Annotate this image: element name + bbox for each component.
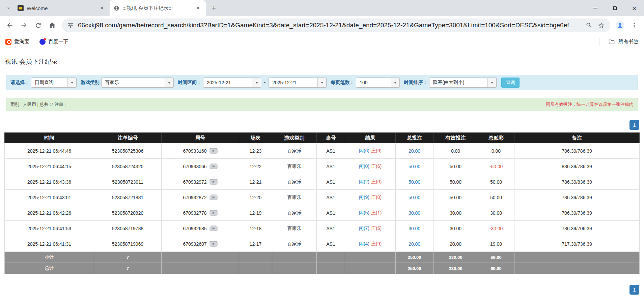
select-caret-icon [487, 78, 496, 87]
col-header-game: 游戏类别 [272, 133, 317, 143]
date-range-label: 时间区间： [178, 80, 201, 86]
tab-title: Welcome [27, 5, 95, 11]
close-icon: × [632, 5, 636, 12]
cell-bet-id: 523058723011 [94, 174, 162, 190]
replay-video-button[interactable] [209, 179, 218, 185]
browser-navbar: 66cxkj98.com/game/betrecord_search/kind3… [0, 16, 644, 34]
tab-welcome[interactable]: Welcome × [13, 0, 110, 16]
cell-game: 百家乐 [272, 190, 317, 205]
game-category-select[interactable]: 百家乐 [101, 78, 174, 88]
replay-video-button[interactable] [209, 163, 218, 169]
search-button[interactable]: 查询 [501, 78, 520, 88]
cell-total-bet: 50.00 [396, 174, 433, 190]
cell-time: 2025-12-21 06:43:36 [5, 174, 94, 190]
replay-video-button[interactable] [209, 225, 218, 231]
replay-video-button[interactable] [209, 194, 218, 200]
cell-time: 2025-12-21 06:44:46 [5, 143, 94, 159]
bookmark-label: 爱淘宝 [14, 38, 29, 45]
tab-bet-records[interactable]: :::视讯 会员下注纪录::: × [110, 0, 206, 16]
query-type-select[interactable]: 日期查询 [31, 78, 77, 88]
date-start-select[interactable]: 2025-12-21 [203, 78, 261, 88]
refresh-icon [35, 22, 42, 29]
profile-button[interactable] [613, 18, 627, 32]
replay-video-icon [209, 210, 218, 216]
cell-empty [162, 263, 239, 274]
col-header-result: 结果 [345, 133, 396, 143]
kebab-menu-icon [631, 22, 638, 29]
tab-search-button[interactable] [3, 3, 13, 13]
replay-video-button[interactable] [209, 148, 218, 154]
result-player: 闲(7) [359, 225, 369, 231]
browser-tab-strip: Welcome × :::视讯 会员下注纪录::: × + × [0, 0, 644, 16]
cell-total-bet: 30.00 [396, 205, 433, 221]
date-end-select[interactable]: 2025-12-21 [269, 78, 327, 88]
cell-note: 786.39/836.39 [514, 174, 640, 190]
cell-empty [239, 263, 272, 274]
cell-result: 闲(0)庄(6) [345, 159, 396, 174]
total-bet-link[interactable]: 30.00 [409, 226, 420, 231]
replay-video-button[interactable] [209, 241, 218, 247]
replay-video-icon [209, 225, 218, 231]
cell-empty [317, 252, 345, 263]
bookmark-baidu[interactable]: 百度一下 [39, 38, 68, 45]
page-number-button[interactable]: 1 [629, 120, 639, 130]
total-bet-link[interactable]: 50.00 [409, 179, 420, 185]
page-number-button[interactable]: 1 [629, 285, 639, 295]
total-bet-link[interactable]: 50.00 [409, 164, 420, 169]
cell-round: 670932607 [162, 236, 239, 252]
window-maximize-button[interactable] [605, 0, 624, 16]
total-bet-link[interactable]: 20.00 [409, 241, 420, 247]
cell-empty [272, 263, 317, 274]
table-row: 2025-12-21 06:43:36 523058723011 6709329… [5, 174, 640, 190]
col-header-note: 备注 [514, 133, 640, 143]
replay-video-icon [209, 179, 218, 185]
globe-favicon-icon [114, 5, 119, 11]
welcome-tab-favicon [18, 5, 24, 11]
browser-menu-button[interactable] [627, 18, 641, 32]
cell-round: 670933066 [162, 159, 239, 174]
result-banker: 庄(0) [371, 179, 382, 184]
total-bet-link[interactable]: 20.00 [409, 148, 420, 154]
cell-valid-bet: 50.00 [433, 174, 478, 190]
refresh-button[interactable] [31, 18, 45, 32]
new-tab-button[interactable]: + [208, 3, 219, 13]
col-header-total-bet: 总投注 [396, 133, 433, 143]
sort-select[interactable]: 降幂(由大到小) [429, 78, 497, 88]
col-header-round: 局号 [162, 133, 239, 143]
date-end-value: 2025-12-21 [269, 80, 317, 85]
window-close-button[interactable]: × [624, 0, 644, 16]
table-header-row: 时间 注单编号 局号 场次 游戏类别 桌号 结果 总投注 有效投注 总派彩 备注 [5, 133, 640, 143]
all-bookmarks-button[interactable]: 所有书签 [599, 38, 639, 46]
back-button[interactable] [3, 18, 17, 32]
site-settings-icon[interactable] [67, 22, 74, 29]
cell-game: 百家乐 [272, 143, 317, 159]
bookmark-label: 百度一下 [48, 38, 68, 45]
cell-empty [514, 263, 640, 274]
total-count: 7 [94, 263, 162, 274]
forward-arrow-icon [20, 22, 28, 29]
forward-button[interactable] [17, 18, 31, 32]
zoom-button[interactable] [583, 19, 595, 31]
window-minimize-button[interactable] [585, 0, 605, 16]
tab-close-icon[interactable]: × [194, 4, 202, 12]
cell-table-no: AS1 [317, 205, 345, 221]
cell-bet-id: 523058721881 [94, 190, 162, 205]
tab-close-icon[interactable]: × [98, 4, 106, 12]
table-row: 2025-12-21 06:44:46 523058725306 6709331… [5, 143, 640, 159]
page-size-select[interactable]: 100 [356, 78, 400, 88]
home-button[interactable] [45, 18, 59, 32]
result-banker: 庄(6) [371, 148, 382, 153]
bookmark-aitaobao[interactable]: 爱淘宝 [5, 38, 29, 45]
col-header-table-no: 桌号 [317, 133, 345, 143]
replay-video-button[interactable] [209, 210, 218, 216]
url-text[interactable]: 66cxkj98.com/game/betrecord_search/kind3… [78, 22, 583, 29]
subtotal-row: 小计 7 250.00 230.00 69.00 [5, 252, 640, 263]
total-bet-link[interactable]: 50.00 [409, 195, 420, 200]
cell-session: 12-17 [239, 236, 272, 252]
all-bookmarks-label: 所有书签 [618, 38, 639, 45]
total-bet-link[interactable]: 30.00 [409, 210, 420, 216]
bookmark-star-button[interactable] [595, 19, 607, 31]
subtotal-label: 小计 [5, 252, 94, 263]
address-bar[interactable]: 66cxkj98.com/game/betrecord_search/kind3… [62, 19, 610, 32]
cell-round: 670932685 [162, 221, 239, 236]
